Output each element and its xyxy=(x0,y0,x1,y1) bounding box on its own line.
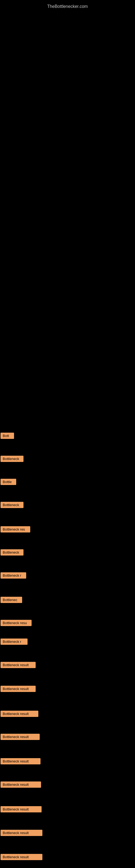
bottleneck-result-item: Bott xyxy=(1,433,14,439)
bottleneck-result-item: Bottleneck result xyxy=(1,806,42,812)
bottleneck-result-item: Bottleneck result xyxy=(1,734,40,740)
bottleneck-result-item: Bottleneck result xyxy=(1,854,42,860)
bottleneck-result-item: Bottleneck result xyxy=(1,662,36,668)
bottleneck-result-item: Bottleneck xyxy=(1,502,24,508)
bottleneck-result-item: Bottleneck r xyxy=(1,572,26,579)
bottleneck-result-item: Bottleneck xyxy=(1,549,24,556)
bottleneck-result-item: Bottle xyxy=(1,479,16,485)
bottleneck-result-item: Bottleneck result xyxy=(1,758,41,764)
bottleneck-result-item: Bottleneck result xyxy=(1,830,42,836)
bottleneck-result-item: Bottleneck result xyxy=(1,686,36,692)
bottleneck-result-item: Bottleneck resu xyxy=(1,620,32,626)
bottleneck-result-item: Bottleneck xyxy=(1,456,24,462)
bottleneck-result-item: Bottlenec xyxy=(1,597,22,603)
bottleneck-result-item: Bottleneck r xyxy=(1,639,28,645)
bottleneck-result-item: Bottleneck res xyxy=(1,526,30,532)
bottleneck-result-item: Bottleneck result xyxy=(1,711,38,717)
site-title: TheBottlenecker.com xyxy=(0,1,135,12)
bottleneck-result-item: Bottleneck result xyxy=(1,781,41,788)
